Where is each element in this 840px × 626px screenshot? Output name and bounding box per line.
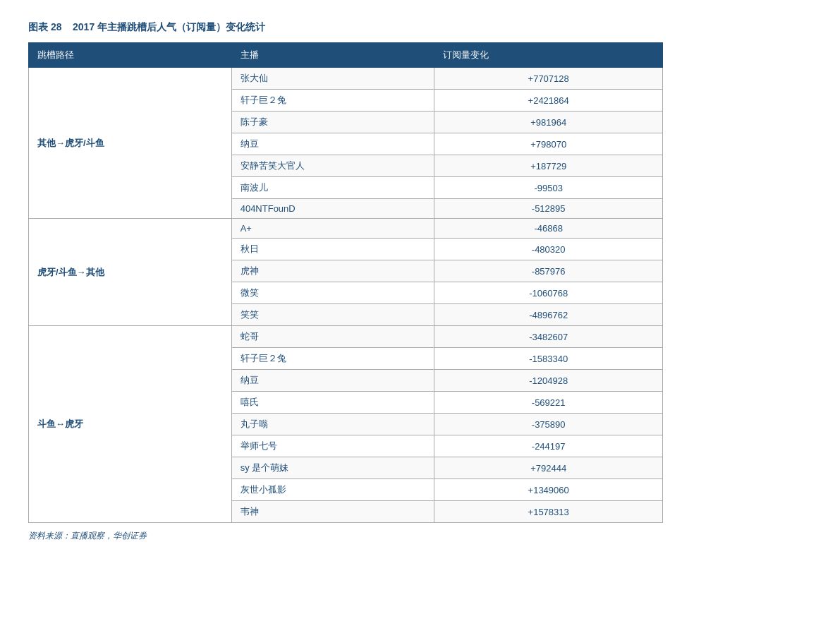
col-header-path: 跳槽路径 <box>29 43 232 68</box>
change-cell: +1578313 <box>434 501 663 523</box>
host-cell: sy 是个萌妹 <box>231 457 434 479</box>
source-note: 资料来源：直播观察，华创证券 <box>28 530 663 542</box>
host-cell: 嘻氏 <box>231 392 434 414</box>
host-cell: 张大仙 <box>231 68 434 90</box>
col-header-change: 订阅量变化 <box>434 43 663 68</box>
change-cell: +2421864 <box>434 90 663 112</box>
change-cell: -1204928 <box>434 370 663 392</box>
group-path-cell: 斗鱼↔虎牙 <box>29 326 232 523</box>
change-cell: +187729 <box>434 155 663 177</box>
host-cell: 灰世小孤影 <box>231 479 434 501</box>
host-cell: 安静苦笑大官人 <box>231 155 434 177</box>
data-table: 跳槽路径 主播 订阅量变化 其他→虎牙/斗鱼张大仙+7707128轩子巨２兔+2… <box>28 42 663 523</box>
change-cell: +792444 <box>434 457 663 479</box>
change-cell: -244197 <box>434 435 663 457</box>
chart-title: 图表 28 2017 年主播跳槽后人气（订阅量）变化统计 <box>28 21 812 34</box>
col-header-host: 主播 <box>231 43 434 68</box>
table-row: 斗鱼↔虎牙蛇哥-3482607 <box>29 326 663 348</box>
change-cell: -99503 <box>434 177 663 199</box>
host-cell: 404NTFounD <box>231 199 434 219</box>
table-row: 虎牙/斗鱼→其他A+-46868 <box>29 219 663 239</box>
host-cell: 轩子巨２兔 <box>231 90 434 112</box>
chart-number: 图表 28 <box>28 21 61 32</box>
change-cell: -4896762 <box>434 304 663 326</box>
host-cell: 陈子豪 <box>231 112 434 133</box>
change-cell: -857976 <box>434 260 663 282</box>
change-cell: -1583340 <box>434 348 663 370</box>
change-cell: -512895 <box>434 199 663 219</box>
change-cell: -1060768 <box>434 282 663 304</box>
host-cell: 微笑 <box>231 282 434 304</box>
change-cell: +981964 <box>434 112 663 133</box>
change-cell: +7707128 <box>434 68 663 90</box>
host-cell: 纳豆 <box>231 133 434 155</box>
change-cell: +798070 <box>434 133 663 155</box>
group-path-cell: 虎牙/斗鱼→其他 <box>29 219 232 326</box>
table-header-row: 跳槽路径 主播 订阅量变化 <box>29 43 663 68</box>
change-cell: -569221 <box>434 392 663 414</box>
change-cell: +1349060 <box>434 479 663 501</box>
host-cell: 笑笑 <box>231 304 434 326</box>
host-cell: 蛇哥 <box>231 326 434 348</box>
host-cell: 韦神 <box>231 501 434 523</box>
host-cell: 举师七号 <box>231 435 434 457</box>
change-cell: -375890 <box>434 414 663 435</box>
chart-text: 2017 年主播跳槽后人气（订阅量）变化统计 <box>73 21 265 32</box>
host-cell: 虎神 <box>231 260 434 282</box>
host-cell: 南波儿 <box>231 177 434 199</box>
table-row: 其他→虎牙/斗鱼张大仙+7707128 <box>29 68 663 90</box>
host-cell: 纳豆 <box>231 370 434 392</box>
change-cell: -480320 <box>434 239 663 260</box>
host-cell: A+ <box>231 219 434 239</box>
group-path-cell: 其他→虎牙/斗鱼 <box>29 68 232 219</box>
host-cell: 秋日 <box>231 239 434 260</box>
change-cell: -46868 <box>434 219 663 239</box>
change-cell: -3482607 <box>434 326 663 348</box>
host-cell: 轩子巨２兔 <box>231 348 434 370</box>
host-cell: 丸子嗡 <box>231 414 434 435</box>
